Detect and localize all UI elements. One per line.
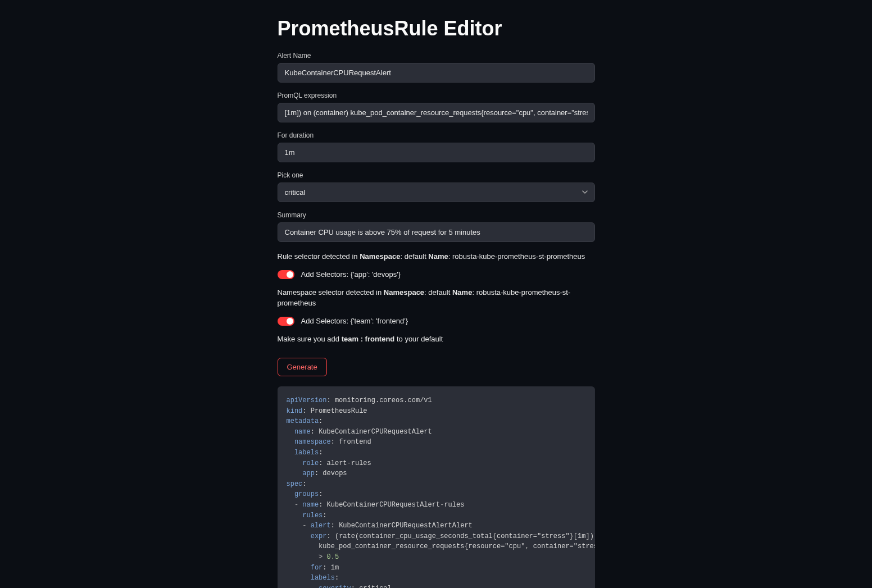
page-title: PrometheusRule Editor: [278, 17, 595, 40]
severity-label: Pick one: [278, 171, 595, 179]
alert-name-label: Alert Name: [278, 52, 595, 60]
rule-selector-info: Rule selector detected in Namespace: def…: [278, 251, 595, 262]
promql-input[interactable]: [278, 103, 595, 122]
promql-label: PromQL expression: [278, 92, 595, 99]
alert-name-input[interactable]: [278, 63, 595, 83]
duration-input[interactable]: [278, 143, 595, 162]
generate-button[interactable]: Generate: [278, 358, 327, 376]
ns-selector-info: Namespace selector detected in Namespace…: [278, 287, 595, 309]
add-selectors-team-toggle[interactable]: [278, 317, 294, 326]
yaml-output: apiVersion: monitoring.coreos.com/v1 kin…: [278, 386, 595, 588]
duration-label: For duration: [278, 131, 595, 139]
add-selectors-app-label: Add Selectors: {'app': 'devops'}: [301, 270, 401, 279]
severity-select[interactable]: critical: [278, 183, 595, 202]
hint-text: Make sure you add team : frontend to you…: [278, 334, 595, 345]
summary-input[interactable]: [278, 222, 595, 242]
summary-label: Summary: [278, 211, 595, 219]
add-selectors-team-label: Add Selectors: {'team': 'frontend'}: [301, 317, 408, 325]
add-selectors-app-toggle[interactable]: [278, 270, 294, 279]
